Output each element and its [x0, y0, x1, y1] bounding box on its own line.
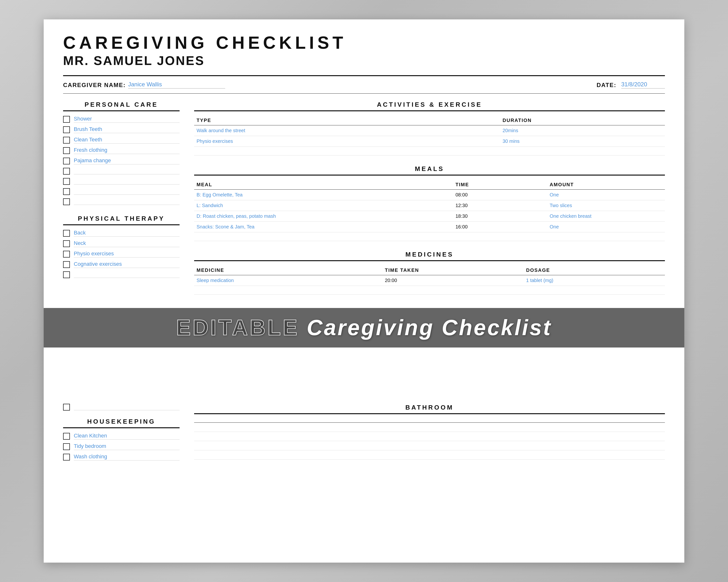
caregiver-field: CAREGIVER NAME: Janice Wallis [63, 81, 225, 88]
dosage-col: DOSAGE [524, 266, 665, 275]
checkbox[interactable] [63, 230, 70, 237]
time-taken-col: TIME TAKEN [383, 266, 524, 275]
checkbox[interactable] [63, 251, 70, 257]
item-label-empty [74, 188, 180, 195]
list-item: Wash clothing [63, 453, 180, 461]
bathroom-cell [383, 423, 524, 432]
caregiver-value: Janice Wallis [128, 81, 225, 88]
list-item [63, 178, 180, 185]
activity-duration: 20mins [500, 126, 665, 136]
checkbox[interactable] [63, 433, 70, 440]
bathroom-cell [383, 441, 524, 450]
banner-outline-text: EDITABLE [176, 315, 299, 340]
list-item [63, 198, 180, 205]
medicine-col: MEDICINE [194, 266, 383, 275]
meal-time: 16:00 [453, 222, 547, 232]
activity-duration: 30 mins [500, 136, 665, 147]
activity-type: Walk around the street [194, 126, 500, 136]
activity-duration-empty [500, 147, 665, 156]
medicines-table: MEDICINE TIME TAKEN DOSAGE Sleep medicat… [194, 266, 665, 295]
list-item: Fresh clothing [63, 147, 180, 154]
table-row: Sleep medication 20:00 1 tablet (mg) [194, 275, 665, 286]
checkbox[interactable] [63, 137, 70, 144]
activities-duration-col: DURATION [500, 116, 665, 126]
item-label: Clean Teeth [74, 137, 180, 144]
item-label: Shower [74, 116, 180, 123]
medicine-dosage: 1 tablet (mg) [524, 275, 665, 286]
table-row: B: Egg Omelette, Tea 08:00 One [194, 190, 665, 200]
checkbox[interactable] [63, 178, 70, 185]
item-label: Back [74, 230, 180, 237]
checkbox[interactable] [63, 240, 70, 247]
bathroom-cell [194, 432, 383, 441]
list-item: Shower [63, 116, 180, 123]
checkbox[interactable] [63, 168, 70, 175]
list-item: Neck [63, 240, 180, 247]
time-col: TIME [453, 180, 547, 190]
table-row [194, 441, 665, 450]
item-label: Clean Kitchen [74, 433, 180, 440]
item-label-empty [74, 272, 180, 278]
checkbox[interactable] [63, 116, 70, 123]
bathroom-cell [194, 441, 383, 450]
meals-header: MEALS [194, 165, 665, 175]
checkbox[interactable] [63, 198, 70, 205]
checkbox[interactable] [63, 158, 70, 164]
table-row [194, 147, 665, 156]
activities-header: ACTIVITIES & EXERCISE [194, 101, 665, 111]
meal-amount-empty [547, 232, 665, 241]
checkbox[interactable] [63, 126, 70, 133]
bathroom-cell [524, 432, 665, 441]
date-field: DATE: 31/8/2020 [596, 81, 665, 88]
checkbox[interactable] [63, 147, 70, 154]
meal-time: 18:30 [453, 211, 547, 222]
caregiver-label: CAREGIVER NAME: [63, 82, 126, 88]
item-label: Pajama change [74, 157, 180, 164]
checkbox[interactable] [63, 454, 70, 461]
item-label: Wash clothing [74, 453, 180, 461]
bathroom-cell [194, 423, 383, 432]
table-row: Physio exercises 30 mins [194, 136, 665, 147]
medicine-time-empty [383, 286, 524, 295]
lower-right: BATHROOM [194, 404, 665, 470]
document-header: CAREGIVING CHECKLIST MR. SAMUEL JONES [63, 34, 665, 68]
item-label-empty [74, 178, 180, 185]
lower-content: HOUSEKEEPING Clean Kitchen Tidy bedroom … [63, 404, 665, 470]
checkbox[interactable] [63, 261, 70, 268]
list-item [63, 188, 180, 195]
table-row: Walk around the street 20mins [194, 126, 665, 136]
bathroom-cell [194, 450, 383, 460]
bathroom-col-1 [194, 419, 383, 423]
meal-time: 08:00 [453, 190, 547, 200]
checkbox[interactable] [63, 404, 70, 411]
checkbox[interactable] [63, 443, 70, 450]
main-content: PERSONAL CARE Shower Brush Teeth Clean T… [63, 101, 665, 302]
checkbox[interactable] [63, 188, 70, 195]
item-label-empty [74, 168, 180, 174]
bathroom-cell [524, 450, 665, 460]
item-label: Brush Teeth [74, 126, 180, 133]
item-label: Neck [74, 240, 180, 247]
item-label: Physio exercises [74, 250, 180, 257]
banner-regular-text: Caregiving Checklist [307, 315, 552, 340]
meal-amount: Two slices [547, 200, 665, 211]
bathroom-cell [383, 450, 524, 460]
personal-care-section: PERSONAL CARE Shower Brush Teeth Clean T… [63, 101, 180, 205]
item-label: Fresh clothing [74, 147, 180, 154]
meal-time: 12:30 [453, 200, 547, 211]
list-item: Pajama change [63, 157, 180, 164]
info-row: CAREGIVER NAME: Janice Wallis DATE: 31/8… [63, 75, 665, 93]
activities-section: ACTIVITIES & EXERCISE TYPE DURATION Walk… [194, 101, 665, 156]
document: CAREGIVING CHECKLIST MR. SAMUEL JONES CA… [44, 20, 684, 563]
date-label: DATE: [596, 82, 616, 88]
right-column: ACTIVITIES & EXERCISE TYPE DURATION Walk… [194, 101, 665, 302]
meals-table: MEAL TIME AMOUNT B: Egg Omelette, Tea 08… [194, 180, 665, 241]
amount-col: AMOUNT [547, 180, 665, 190]
bathroom-col-3 [524, 419, 665, 423]
item-label-empty [74, 199, 180, 205]
checkbox[interactable] [63, 271, 70, 278]
meals-section: MEALS MEAL TIME AMOUNT B: Egg Omelette, … [194, 165, 665, 241]
bathroom-cell [524, 441, 665, 450]
item-label: Cognative exercises [74, 261, 180, 268]
medicine-name: Sleep medication [194, 275, 383, 286]
